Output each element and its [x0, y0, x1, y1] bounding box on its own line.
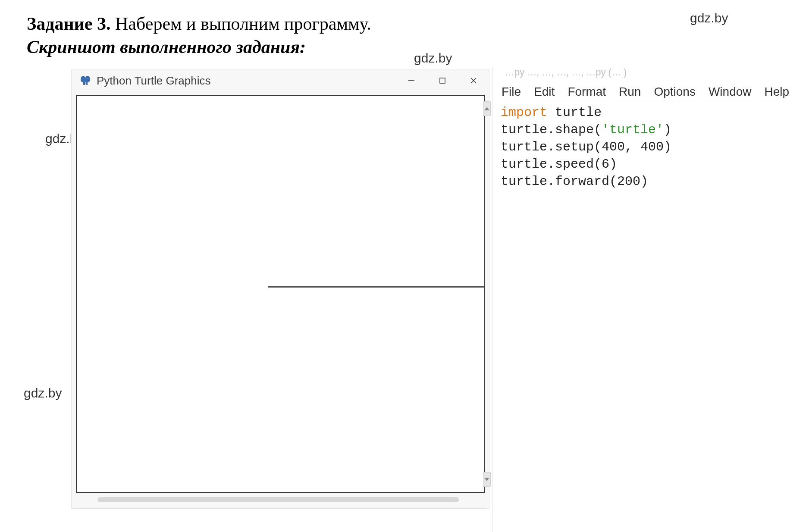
menu-options[interactable]: Options	[654, 85, 696, 99]
task-subtitle: Скриншот выполненного задания:	[27, 37, 306, 57]
idle-code-area[interactable]: import turtle turtle.shape('turtle') tur…	[501, 104, 805, 190]
window-titlebar[interactable]: Python Turtle Graphics	[72, 69, 489, 92]
minimize-icon	[408, 77, 415, 84]
turtle-drawn-line	[268, 286, 484, 288]
svg-rect-1	[440, 78, 445, 83]
scroll-up-button[interactable]	[483, 101, 491, 116]
python-turtle-window: Python Turtle Graphics	[71, 69, 489, 509]
idle-title-fragment: …py …, …, …, …, …py (… )	[505, 67, 627, 78]
code-l2-pre: turtle.shape(	[501, 122, 602, 137]
maximize-icon	[439, 77, 446, 84]
minimize-button[interactable]	[396, 69, 427, 92]
code-l2-post: )	[664, 122, 671, 137]
menu-run[interactable]: Run	[619, 85, 641, 99]
code-l4: turtle.speed(6)	[501, 157, 617, 172]
turtle-app-icon	[79, 75, 91, 87]
menu-help[interactable]: Help	[765, 85, 790, 99]
scroll-down-button[interactable]	[483, 472, 491, 487]
menu-edit[interactable]: Edit	[534, 85, 555, 99]
horizontal-scrollbar[interactable]	[97, 497, 459, 502]
code-module: turtle	[547, 105, 602, 120]
menu-file[interactable]: File	[502, 85, 521, 99]
maximize-button[interactable]	[427, 69, 458, 92]
watermark: gdz.by	[690, 11, 728, 25]
turtle-canvas[interactable]	[76, 95, 485, 493]
idle-menubar: File Edit Format Run Options Window Help	[493, 81, 809, 102]
menu-window[interactable]: Window	[709, 85, 752, 99]
watermark: gdz.by	[24, 386, 62, 401]
idle-editor-window: …py …, …, …, …, …py (… ) File Edit Forma…	[492, 67, 809, 532]
close-button[interactable]	[458, 69, 489, 92]
watermark: gdz.by	[414, 51, 452, 66]
code-l3: turtle.setup(400, 400)	[501, 140, 671, 154]
menu-format[interactable]: Format	[568, 85, 606, 99]
code-keyword-import: import	[501, 105, 547, 120]
task-heading: Задание 3. Наберем и выполним программу.	[27, 13, 371, 34]
close-icon	[470, 77, 477, 84]
window-controls	[396, 69, 489, 92]
task-text: Наберем и выполним программу.	[110, 14, 371, 34]
window-title: Python Turtle Graphics	[97, 74, 210, 88]
code-l2-str: 'turtle'	[602, 122, 664, 137]
task-label: Задание 3.	[27, 14, 110, 34]
code-l5: turtle.forward(200)	[501, 174, 648, 189]
